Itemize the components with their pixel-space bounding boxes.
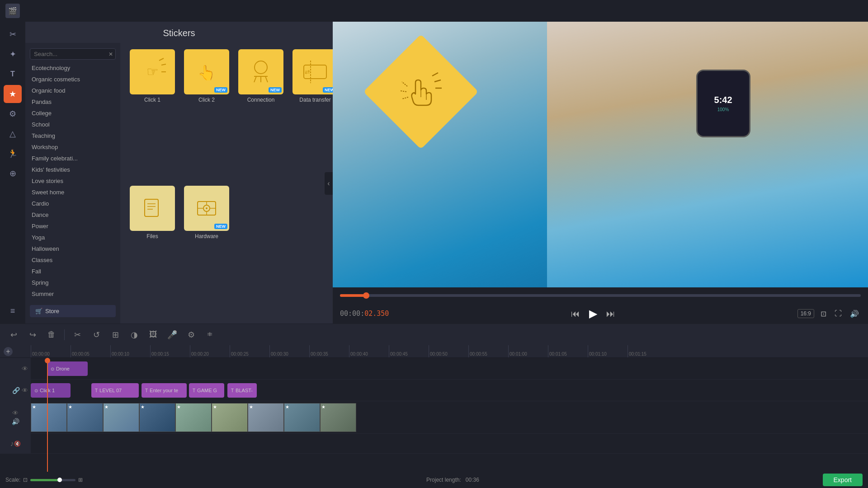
image-button[interactable]: 🖼 [145,327,161,343]
clip-level07-icon: T [95,388,98,393]
rotate-button[interactable]: ↺ [88,327,104,343]
cat-ecotechnology[interactable]: Ecotechnology [25,62,120,74]
eye-icon[interactable]: 👁 [22,365,28,372]
sticker-data-transfer-icon: ⇄ [299,56,331,88]
collapse-panel-button[interactable]: ‹ [325,172,333,195]
cat-power[interactable]: Power [25,221,120,232]
ruler-mark-25: 00:00:25 [230,345,269,357]
cat-family[interactable]: Family celebrati... [25,153,120,164]
clip-level07[interactable]: T LEVEL 07 [91,383,139,398]
store-button[interactable]: 🛒 Store [30,305,116,317]
cat-cardio[interactable]: Cardio [25,198,120,209]
sidebar-btn-star[interactable]: ✦ [4,45,22,63]
video-thumb-8[interactable] [284,403,320,432]
ruler-mark-5: 00:00:05 [71,345,110,357]
video-eye-icon[interactable]: 👁 [12,409,19,417]
video-thumb-7[interactable] [248,403,284,432]
controls-bar: 00:00:02.350 ⏮ ▶ ⏭ 16:9 ⊡ ⛶ 🔊 [333,304,868,324]
diamond-sticker-content [398,69,443,114]
clip-game[interactable]: T GAME G [189,383,224,398]
video-area: 5:42 100% [333,22,868,324]
ruler-mark-45: 00:00:45 [389,345,429,357]
sticker-files[interactable]: Files [127,186,177,318]
search-clear-icon[interactable]: ✕ [108,51,113,57]
sidebar-btn-menu[interactable]: ≡ [4,302,22,320]
cut-button[interactable]: ✂ [69,327,85,343]
cat-dance[interactable]: Dance [25,209,120,221]
clip-enter-text[interactable]: T Enter your te [142,383,187,398]
sidebar-btn-shape[interactable]: △ [4,125,22,143]
cat-fall[interactable]: Fall [25,266,120,277]
sticker-data-transfer[interactable]: ⇄ NEW Data transfer [290,49,333,181]
video-thumb-5[interactable] [175,403,212,432]
delete-button[interactable]: 🗑 [43,327,60,343]
video-thumb-9[interactable] [320,403,356,432]
skip-back-button[interactable]: ⏮ [569,307,582,321]
fullscreen-small-button[interactable]: ⊡ [819,308,828,320]
cat-summer[interactable]: Summer [25,288,120,300]
clip-drone[interactable]: ⊙ Drone [47,361,88,376]
store-icon: 🛒 [35,308,42,314]
undo-button[interactable]: ↩ [5,327,22,343]
scale-max-icon[interactable]: ⊞ [78,477,83,483]
video-sound-icon[interactable]: 🔊 [12,418,19,425]
search-input[interactable] [30,48,116,60]
cat-school[interactable]: School [25,119,120,130]
time-highlight: 02.350 [364,310,389,318]
sidebar-btn-motion[interactable]: 🏃 [4,145,22,163]
skip-forward-button[interactable]: ⏭ [604,307,617,321]
video-thumb-6[interactable] [212,403,248,432]
cat-organic-cosmetics[interactable]: Organic cosmetics [25,74,120,85]
crop-button[interactable]: ⊞ [107,327,123,343]
sticker-click2[interactable]: 👆 NEW Click 2 [182,49,231,181]
sticker-click1[interactable]: ☞ Click 1 [127,49,177,181]
progress-handle[interactable] [363,292,369,299]
link-icon[interactable]: 🔗 [12,387,20,394]
cat-sweet-home[interactable]: Sweet home [25,187,120,198]
scale-handle[interactable] [57,478,62,482]
play-button[interactable]: ▶ [587,305,599,322]
video-strip-controls: 👁 🔊 [0,401,31,433]
volume-button[interactable]: 🔊 [848,308,861,320]
redo-button[interactable]: ↪ [24,327,41,343]
cat-pandas[interactable]: Pandas [25,96,120,108]
mic-button[interactable]: 🎤 [164,327,180,343]
sidebar-btn-add[interactable]: ⊕ [4,164,22,183]
sticker-connection[interactable]: NEW Connection [236,49,286,181]
video-thumb-3[interactable] [103,403,139,432]
video-thumb-2[interactable] [67,403,103,432]
clip-click1[interactable]: ⊙ Click 1 [31,383,71,398]
sidebar-btn-effect[interactable]: ⚙ [4,105,22,123]
cat-halloween[interactable]: Halloween [25,243,120,254]
sticker-hardware[interactable]: NEW Hardware [182,186,231,318]
cat-winter[interactable]: Winter [25,300,120,301]
settings-button[interactable]: ⚙ [183,327,199,343]
fullscreen-button[interactable]: ⛶ [833,308,844,319]
cat-college[interactable]: College [25,108,120,119]
cat-organic-food[interactable]: Organic food [25,85,120,96]
audio-mute-icon[interactable]: 🔇 [14,441,21,447]
cat-spring[interactable]: Spring [25,277,120,288]
cat-workshop[interactable]: Workshop [25,141,120,153]
sidebar-btn-sticker[interactable]: ★ [4,85,22,103]
video-thumb-4[interactable] [139,403,175,432]
cat-kids[interactable]: Kids' festivities [25,164,120,175]
export-button[interactable]: Export [823,474,863,486]
scale-min-icon[interactable]: ⊡ [23,477,28,483]
clip-blast[interactable]: T BLAST- [227,383,257,398]
cat-love[interactable]: Love stories [25,175,120,187]
video-thumb-1[interactable] [31,403,67,432]
cat-teaching[interactable]: Teaching [25,130,120,141]
sidebar-btn-text[interactable]: T [4,65,22,83]
cat-yoga[interactable]: Yoga [25,232,120,243]
cat-classes[interactable]: Classes [25,254,120,266]
scale-track[interactable] [30,479,75,481]
filter-button[interactable]: ⧧ [202,327,218,343]
progress-track[interactable] [340,294,861,297]
aspect-ratio-button[interactable]: 16:9 [797,309,814,318]
contrast-button[interactable]: ◑ [126,327,142,343]
sidebar-btn-cut[interactable]: ✂ [4,25,22,43]
add-track-button[interactable]: + [4,347,13,356]
eye-icon-2[interactable]: 👁 [22,387,28,394]
sticker-track-controls: 👁 [0,358,31,379]
